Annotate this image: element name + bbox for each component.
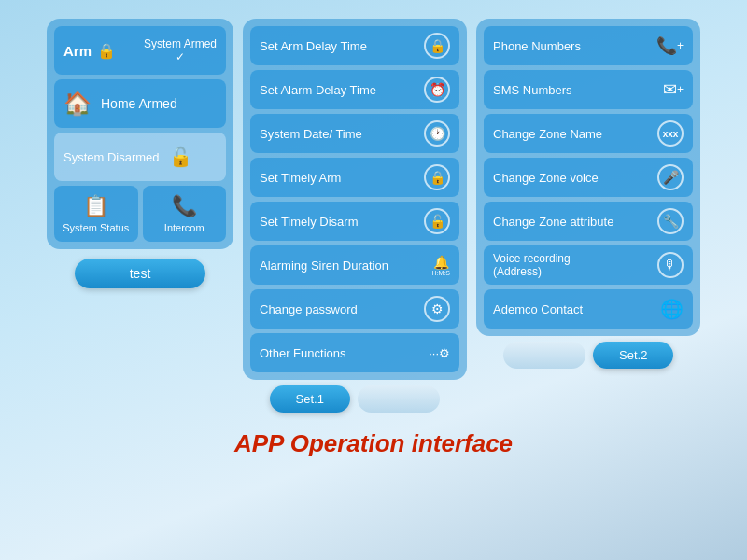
voice-recording-row[interactable]: Voice recording(Address) 🎙 [484,245,693,285]
change-zone-name-label: Change Zone Name [493,127,657,141]
home-icon: 🏠 [63,91,92,117]
mid-panel: Set Arm Delay Time 🔒 Set Alarm Delay Tim… [243,19,467,380]
ademco-contact-label: Ademco Contact [493,302,660,316]
password-icon: ⚙ [424,296,450,322]
mid-panel-wrap: Set Arm Delay Time 🔒 Set Alarm Delay Tim… [243,19,467,413]
arm-row[interactable]: Arm 🔒 System Armed ✓ [54,26,226,75]
datetime-icon: 🕐 [424,120,450,147]
set-timely-disarm-row[interactable]: Set Timely Disarm 🔓 [250,202,459,241]
ademco-contact-row[interactable]: Ademco Contact 🌐 [484,289,693,329]
panels-wrap: Set Arm Delay Time 🔒 Set Alarm Delay Tim… [243,19,700,413]
lock-icon: 🔒 [97,42,116,60]
system-status-label: System Status [63,222,129,233]
bottom-icons-row: 📋 System Status 📞 Intercom [54,186,226,242]
set-timely-arm-label: Set Timely Arm [260,171,424,185]
set-alarm-delay-label: Set Alarm Delay Time [260,83,424,97]
left-panel: Arm 🔒 System Armed ✓ 🏠 Home Armed System… [47,19,233,249]
right-bottom-btns: Set.2 [476,342,700,369]
change-zone-voice-row[interactable]: Change Zone voice 🎤 [484,158,693,197]
zone-attr-icon: 🔧 [657,208,684,234]
intercom-icon: 📞 [172,194,197,218]
right-panel-wrap: Phone Numbers 📞+ SMS Numbers ✉+ Change Z… [476,19,700,413]
intercom-btn[interactable]: 📞 Intercom [143,186,227,242]
arm-delay-icon: 🔒 [424,33,450,59]
set1-label: Set.1 [296,392,324,406]
arm-label: Arm 🔒 [63,42,116,60]
timely-arm-icon: 🔒 [424,164,450,190]
system-datetime-row[interactable]: System Date/ Time 🕐 [250,114,459,153]
alarming-siren-label: Alarming Siren Duration [260,259,432,273]
set-alarm-delay-row[interactable]: Set Alarm Delay Time ⏰ [250,70,459,109]
voice-recording-icon: 🎙 [657,252,684,278]
set2-label: Set.2 [619,348,647,362]
set-timely-arm-row[interactable]: Set Timely Arm 🔒 [250,158,459,197]
sms-numbers-row[interactable]: SMS Numbers ✉+ [484,70,693,109]
system-status-btn[interactable]: 📋 System Status [54,186,138,242]
sms-numbers-label: SMS Numbers [493,83,663,97]
other-functions-icon: ···⚙ [429,346,450,360]
home-armed-row[interactable]: 🏠 Home Armed [54,79,226,128]
change-zone-name-row[interactable]: Change Zone Name xxx [484,114,693,153]
set-arm-delay-row[interactable]: Set Arm Delay Time 🔒 [250,26,459,65]
zone-name-icon: xxx [657,120,684,147]
system-disarmed-label: System Disarmed [63,150,160,164]
alarm-delay-icon: ⏰ [424,77,450,103]
alarming-siren-row[interactable]: Alarming Siren Duration 🔔 H:M:S [250,245,459,285]
change-password-row[interactable]: Change password ⚙ [250,289,459,329]
mid-bottom-btns: Set.1 [243,385,467,413]
change-password-label: Change password [260,302,424,316]
set-timely-disarm-label: Set Timely Disarm [260,215,424,229]
right-blank-button[interactable] [503,342,586,369]
chevron-down-icon: ✓ [176,50,185,63]
system-disarmed-row[interactable]: System Disarmed 🔓 [54,133,226,181]
home-armed-label: Home Armed [101,96,177,111]
test-label: test [130,266,151,281]
footer-title: APP Operation interface [234,429,513,458]
other-functions-row[interactable]: Other Functions ···⚙ [250,333,459,372]
test-button[interactable]: test [75,259,205,288]
mid-blank-button[interactable] [358,385,441,413]
voice-recording-label: Voice recording(Address) [493,252,657,278]
globe-gear-icon: 🌐 [660,298,684,320]
intercom-label: Intercom [164,222,204,233]
set2-button[interactable]: Set.2 [593,342,673,369]
set-arm-delay-label: Set Arm Delay Time [260,39,424,53]
change-zone-attr-row[interactable]: Change Zone attribute 🔧 [484,202,693,241]
change-zone-voice-label: Change Zone voice [493,171,657,185]
system-datetime-label: System Date/ Time [260,127,424,141]
phone-plus-icon: 📞+ [656,35,684,56]
set1-button[interactable]: Set.1 [270,385,350,413]
arm-text: Arm [63,43,92,59]
right-blank-label [529,348,560,362]
right-panel: Phone Numbers 📞+ SMS Numbers ✉+ Change Z… [476,19,700,336]
phone-numbers-label: Phone Numbers [493,39,656,53]
system-armed-text: System Armed [144,37,217,50]
other-functions-label: Other Functions [260,346,429,360]
sms-plus-icon: ✉+ [663,79,684,100]
mid-blank-label [384,392,415,406]
mid-right-area: Set Arm Delay Time 🔒 Set Alarm Delay Tim… [243,19,700,413]
disarmed-icon: 🔓 [169,146,192,168]
phone-numbers-row[interactable]: Phone Numbers 📞+ [484,26,693,65]
zone-voice-icon: 🎤 [657,164,684,190]
timely-disarm-icon: 🔓 [424,208,450,234]
system-status-icon: 📋 [83,194,108,218]
siren-icon: 🔔 H:M:S [432,255,450,276]
change-zone-attr-label: Change Zone attribute [493,215,657,229]
